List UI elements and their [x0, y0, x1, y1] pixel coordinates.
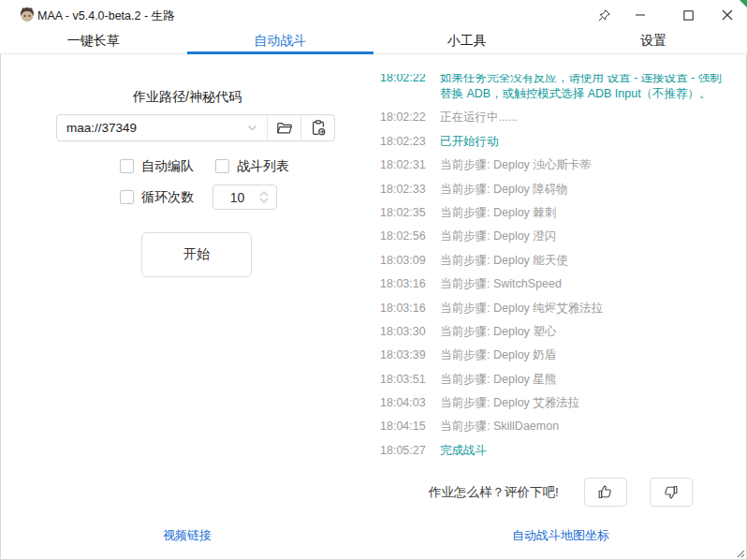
checkbox-icon [215, 159, 229, 173]
log-timestamp: 18:05:27 [380, 443, 427, 459]
log-timestamp: 18:03:39 [380, 347, 427, 363]
log-entry: 18:03:30当前步骤: Deploy 塑心 [380, 324, 743, 340]
copilot-log-panel: 18:02:22如果任务完全没有反应，请使用 设置 - 连接设置 - 强制替换 … [374, 54, 747, 560]
log-entry: 18:03:39当前步骤: Deploy 奶盾 [380, 347, 743, 363]
battle-list-checkbox[interactable]: 战斗列表 [215, 158, 289, 175]
copilot-left-panel: 作业路径/神秘代码 maa://37349 [0, 54, 374, 560]
pin-button[interactable] [588, 0, 620, 30]
log-message: 当前步骤: Deploy 纯烬艾雅法拉 [440, 301, 743, 317]
checkbox-icon [120, 190, 134, 204]
start-button[interactable]: 开始 [141, 232, 252, 277]
folder-icon [276, 121, 293, 136]
log-entry: 18:03:51当前步骤: Deploy 星熊 [380, 372, 743, 388]
log-message: 当前步骤: Deploy 障碍物 [440, 182, 743, 198]
chevron-up-icon [259, 191, 269, 197]
log-message: 当前步骤: Deploy 奶盾 [440, 347, 743, 363]
thumbs-down-icon [663, 484, 679, 500]
path-input-group: maa://37349 [56, 114, 335, 141]
log-entry: 18:03:16当前步骤: SwitchSpeed [380, 276, 743, 292]
loop-count-value: 10 [213, 190, 256, 205]
close-icon [722, 9, 733, 21]
thumbs-up-icon [597, 484, 613, 500]
thumbs-up-button[interactable] [584, 478, 627, 507]
minimize-button[interactable] [624, 0, 656, 30]
log-timestamp: 18:03:16 [380, 276, 427, 292]
battle-list-label: 战斗列表 [237, 158, 289, 175]
log-timestamp: 18:02:22 [380, 74, 427, 86]
log-entry: 18:02:33当前步骤: Deploy 障碍物 [380, 182, 743, 198]
log-message: 当前步骤: SwitchSpeed [440, 276, 743, 292]
chevron-down-icon [246, 122, 258, 134]
log-message: 完成战斗 [440, 443, 743, 459]
path-combobox[interactable]: maa://37349 [57, 115, 267, 140]
video-link[interactable]: 视频链接 [0, 527, 374, 544]
log-timestamp: 18:02:56 [380, 228, 427, 244]
checkbox-row-1: 自动编队 战斗列表 [120, 158, 289, 174]
chevron-down-icon [259, 198, 269, 203]
minimize-icon [635, 9, 646, 21]
tab-farming[interactable]: 一键长草 [0, 30, 187, 53]
pushpin-icon [597, 8, 611, 22]
checkbox-icon [120, 159, 134, 173]
log-timestamp: 18:03:30 [380, 324, 427, 340]
log-entry: 18:02:31当前步骤: Deploy 浊心斯卡蒂 [380, 157, 743, 173]
path-label: 作业路径/神秘代码 [0, 89, 374, 106]
loop-times-label: 循环次数 [141, 189, 194, 206]
title-bar: MAA - v5.4.0-beta.2 - 生路 [0, 0, 747, 30]
log-message: 当前步骤: Deploy 艾雅法拉 [440, 395, 743, 411]
open-file-button[interactable] [267, 115, 300, 140]
log-message: 正在运行中...... [440, 110, 743, 125]
thumbs-down-button[interactable] [650, 478, 693, 507]
maximize-button[interactable] [672, 0, 704, 30]
paste-clipboard-button[interactable] [300, 115, 334, 140]
log-message: 当前步骤: SkillDaemon [440, 419, 743, 435]
log-message: 如果任务完全没有反应，请使用 设置 - 连接设置 - 强制替换 ADB，或触控模… [440, 74, 743, 102]
log-message: 已开始行动 [440, 134, 743, 150]
log-entry: 18:04:15当前步骤: SkillDaemon [380, 419, 743, 435]
log-entry: 18:05:27完成战斗 [380, 443, 743, 459]
log-entry: 18:03:16当前步骤: Deploy 纯烬艾雅法拉 [380, 301, 743, 317]
stepper-arrows[interactable] [256, 191, 276, 203]
log-message: 当前步骤: Deploy 塑心 [440, 324, 743, 340]
window-title: MAA - v5.4.0-beta.2 - 生路 [37, 8, 175, 24]
log-timestamp: 18:04:15 [380, 419, 427, 435]
log-message: 当前步骤: Deploy 棘刺 [440, 205, 743, 221]
close-button[interactable] [711, 0, 743, 30]
tab-tools[interactable]: 小工具 [374, 30, 561, 53]
log-list: 18:02:22如果任务完全没有反应，请使用 设置 - 连接设置 - 强制替换 … [380, 74, 743, 459]
log-entry: 18:02:23已开始行动 [380, 134, 743, 150]
log-timestamp: 18:02:33 [380, 182, 427, 198]
map-coords-link[interactable]: 自动战斗地图坐标 [374, 527, 747, 544]
checkbox-row-2: 循环次数 10 [120, 184, 277, 210]
log-timestamp: 18:03:16 [380, 301, 427, 317]
log-timestamp: 18:02:31 [380, 157, 427, 173]
auto-squad-checkbox[interactable]: 自动编队 [120, 158, 194, 175]
tab-copilot[interactable]: 自动战斗 [187, 30, 374, 53]
app-icon [19, 7, 36, 23]
log-message: 当前步骤: Deploy 浊心斯卡蒂 [440, 157, 743, 173]
log-timestamp: 18:02:23 [380, 134, 427, 150]
loop-times-checkbox[interactable]: 循环次数 [120, 189, 194, 206]
log-timestamp: 18:02:22 [380, 110, 427, 125]
rating-prompt: 作业怎么样？评价下吧! [429, 484, 559, 501]
log-message: 当前步骤: Deploy 澄闪 [440, 228, 743, 244]
log-timestamp: 18:03:09 [380, 253, 427, 269]
log-message: 当前步骤: Deploy 星熊 [440, 372, 743, 388]
log-entry: 18:02:56当前步骤: Deploy 澄闪 [380, 228, 743, 244]
clipboard-paste-icon [311, 120, 326, 136]
app-window: MAA - v5.4.0-beta.2 - 生路 [0, 0, 747, 560]
log-timestamp: 18:02:35 [380, 205, 427, 221]
log-entry: 18:04:03当前步骤: Deploy 艾雅法拉 [380, 395, 743, 411]
tab-settings[interactable]: 设置 [561, 30, 747, 53]
resize-grip[interactable] [736, 549, 745, 558]
maximize-icon [683, 10, 694, 21]
log-entry: 18:02:22正在运行中...... [380, 110, 743, 125]
log-timestamp: 18:04:03 [380, 395, 427, 411]
log-message: 当前步骤: Deploy 能天使 [440, 253, 743, 269]
loop-count-stepper[interactable]: 10 [212, 184, 277, 210]
log-entry: 18:02:35当前步骤: Deploy 棘刺 [380, 205, 743, 221]
path-value: maa://37349 [66, 121, 137, 135]
tab-bar: 一键长草 自动战斗 小工具 设置 [0, 30, 747, 54]
log-timestamp: 18:03:51 [380, 372, 427, 388]
log-view[interactable]: 18:02:22如果任务完全没有反应，请使用 设置 - 连接设置 - 强制替换 … [380, 74, 743, 467]
